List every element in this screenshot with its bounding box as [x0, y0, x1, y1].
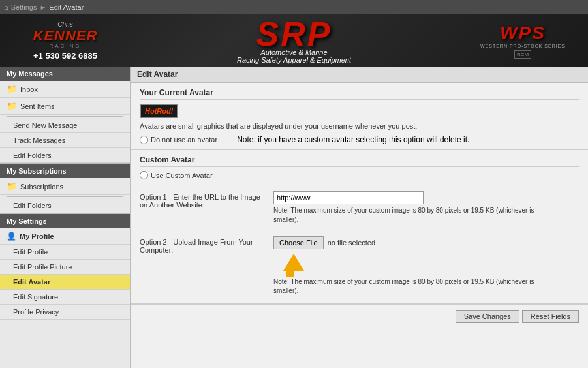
- use-custom-row: Use Custom Avatar: [140, 171, 579, 179]
- avatar-radio-row: Do not use an avatar Note: if you have a…: [140, 135, 579, 144]
- folder-icon-sent: 📁: [7, 101, 17, 111]
- sidebar-item-send-new[interactable]: Send New Message: [0, 118, 130, 133]
- banner-srp-logo: SRP: [256, 17, 332, 51]
- reset-fields-button[interactable]: Reset Fields: [522, 310, 579, 323]
- custom-avatar-section: Custom Avatar Use Custom Avatar Option 1…: [131, 150, 588, 304]
- option2-label: Option 2 - Upload Image From Your Comput…: [140, 236, 267, 254]
- arrow-indicator: [280, 254, 554, 273]
- use-custom-radio[interactable]: [140, 171, 148, 179]
- subscriptions-label: Subscriptions: [20, 183, 63, 191]
- sidebar-item-my-profile[interactable]: 👤 My Profile: [0, 228, 130, 245]
- option1-label: Option 1 - Enter the URL to the Image on…: [140, 191, 267, 209]
- sidebar-item-profile-privacy[interactable]: Profile Privacy: [0, 305, 130, 320]
- sidebar-my-settings-header: My Settings: [0, 214, 130, 228]
- sidebar-my-settings-section: My Settings 👤 My Profile Edit Profile Ed…: [0, 214, 130, 320]
- no-avatar-radio[interactable]: [140, 136, 148, 144]
- save-changes-button[interactable]: Save Changes: [456, 310, 519, 323]
- banner-sub1: Automotive & Marine: [260, 48, 327, 56]
- brand-phone: +1 530 592 6885: [33, 51, 97, 61]
- option1-control: Note: The maximum size of your custom im…: [273, 191, 554, 224]
- banner: Chris KENNER RACING +1 530 592 6885 SRP …: [0, 14, 588, 67]
- banner-center: SRP Automotive & Marine Racing Safety Ap…: [131, 17, 457, 64]
- option2-control: Choose File no file selected Note: The m…: [273, 236, 554, 296]
- sidebar-item-edit-profile-picture[interactable]: Edit Profile Picture: [0, 260, 130, 275]
- banner-sub2: Racing Safety Apparel & Equipment: [237, 56, 351, 64]
- sidebar-item-inbox[interactable]: 📁 Inbox: [0, 81, 130, 98]
- option2-row: Option 2 - Upload Image From Your Comput…: [140, 234, 579, 298]
- current-avatar-title: Your Current Avatar: [140, 88, 579, 100]
- no-avatar-label-text: Do not use an avatar: [151, 136, 217, 144]
- delete-note: Note: if you have a custom avatar select…: [237, 135, 469, 144]
- content-header: Edit Avatar: [131, 67, 588, 83]
- folder-icon: 📁: [7, 84, 17, 94]
- sent-items-label: Sent Items: [20, 102, 55, 110]
- sidebar-item-edit-folders-messages[interactable]: Edit Folders: [0, 148, 130, 163]
- sidebar-item-edit-signature[interactable]: Edit Signature: [0, 290, 130, 305]
- sidebar-item-track[interactable]: Track Messages: [0, 133, 130, 148]
- banner-wps-logo: WPS: [500, 23, 546, 44]
- content-area: Edit Avatar Your Current Avatar HotRod! …: [131, 67, 588, 368]
- folder-icon-subs: 📁: [7, 181, 17, 191]
- brand-racing: RACING: [49, 43, 81, 49]
- banner-wps-sub: WESTERN PRO-STOCK SERIES: [480, 44, 565, 48]
- option1-row: Option 1 - Enter the URL to the Image on…: [140, 189, 579, 227]
- option2-note: Note: The maximum size of your custom im…: [273, 277, 554, 296]
- breadcrumb-separator: ►: [39, 3, 46, 11]
- url-input[interactable]: [273, 191, 424, 204]
- sidebar-my-messages-header: My Messages: [0, 67, 130, 81]
- option1-note: Note: The maximum size of your custom im…: [273, 206, 554, 224]
- use-custom-radio-label[interactable]: Use Custom Avatar: [140, 171, 213, 179]
- top-bar: ⌂ Settings ► Edit Avatar: [0, 0, 588, 14]
- sidebar-my-subscriptions-header: My Subscriptions: [0, 164, 130, 178]
- inbox-label: Inbox: [20, 85, 38, 93]
- banner-rcm-badge: RCM: [514, 50, 531, 59]
- sidebar-item-sent[interactable]: 📁 Sent Items: [0, 98, 130, 115]
- no-file-text: no file selected: [328, 239, 375, 247]
- custom-avatar-title: Custom Avatar: [140, 155, 579, 167]
- breadcrumb-current: Edit Avatar: [49, 3, 84, 11]
- main-layout: My Messages 📁 Inbox 📁 Sent Items Send Ne…: [0, 67, 588, 368]
- avatar-current-content: HotRod! Avatars are small graphics that …: [140, 104, 579, 144]
- sidebar-item-edit-folders-subs[interactable]: Edit Folders: [0, 198, 130, 213]
- choose-file-button[interactable]: Choose File: [273, 236, 324, 249]
- sidebar-my-messages-section: My Messages 📁 Inbox 📁 Sent Items Send Ne…: [0, 67, 130, 164]
- no-avatar-radio-label[interactable]: Do not use an avatar: [140, 136, 217, 144]
- sidebar-item-edit-profile[interactable]: Edit Profile: [0, 245, 130, 260]
- profile-icon: 👤: [7, 232, 16, 241]
- home-icon: ⌂: [4, 3, 8, 11]
- avatar-image-text: HotRod!: [145, 107, 173, 115]
- settings-link[interactable]: Settings: [11, 3, 37, 11]
- sidebar: My Messages 📁 Inbox 📁 Sent Items Send Ne…: [0, 67, 131, 368]
- use-custom-label-text: Use Custom Avatar: [151, 172, 213, 179]
- avatar-image: HotRod!: [140, 104, 178, 118]
- banner-left: Chris KENNER RACING +1 530 592 6885: [0, 15, 131, 65]
- content-body: Your Current Avatar HotRod! Avatars are …: [131, 83, 588, 328]
- avatar-note: Avatars are small graphics that are disp…: [140, 122, 466, 130]
- my-profile-label: My Profile: [20, 232, 54, 240]
- footer-buttons: Save Changes Reset Fields: [131, 304, 588, 328]
- sidebar-my-subscriptions-section: My Subscriptions 📁 Subscriptions Edit Fo…: [0, 164, 130, 214]
- current-avatar-section: Your Current Avatar HotRod! Avatars are …: [131, 83, 588, 150]
- sidebar-item-edit-avatar[interactable]: Edit Avatar: [0, 275, 130, 290]
- sidebar-item-subscriptions[interactable]: 📁 Subscriptions: [0, 178, 130, 195]
- file-upload-row: Choose File no file selected: [273, 236, 554, 249]
- custom-avatar-content: Use Custom Avatar Option 1 - Enter the U…: [140, 171, 579, 298]
- brand-kenner: KENNER: [33, 29, 98, 43]
- banner-right: WPS WESTERN PRO-STOCK SERIES RCM: [457, 18, 588, 64]
